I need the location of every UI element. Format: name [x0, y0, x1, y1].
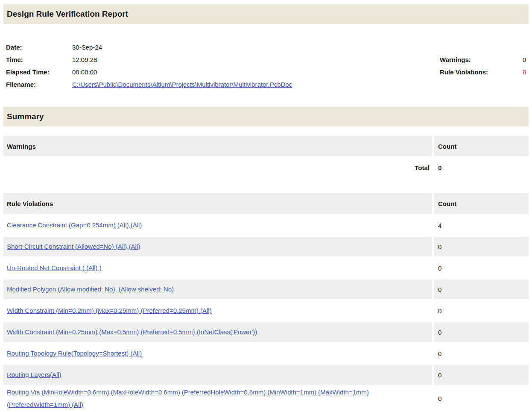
rule-violation-link[interactable]: Clearance Constraint (Gap=0.254mm) (All)…	[7, 219, 142, 232]
rule-violation-link[interactable]: Short-Circuit Constraint (Allowed=No) (A…	[7, 241, 140, 253]
table-row-rule-cell: Routing Layers(All)	[3, 365, 432, 385]
rule-violations-table-header: Rule Violations	[3, 193, 432, 214]
table-row-count-cell: 0	[434, 258, 529, 278]
table-row-count-cell: 0	[434, 280, 529, 299]
table-row-rule-cell: Width Constraint (Min=0.25mm) (Max=0.5mm…	[3, 322, 432, 342]
rule-violation-link[interactable]: Routing Layers(All)	[7, 369, 61, 381]
rule-violation-link[interactable]: Routing Topology Rule(Topology=Shortest)…	[7, 347, 142, 360]
warnings-counter-label: Warnings:	[440, 53, 508, 66]
info-row-date: Date: 30-Sep-24	[6, 41, 292, 53]
table-row-count-cell: 0	[434, 365, 529, 385]
info-row-filename: Filename: C:\Users\Public\Documents\Alti…	[6, 78, 292, 91]
rule-violations-count-header: Count	[434, 193, 529, 214]
rule-violation-link[interactable]: Routing Via (MinHoleWidth=0.6mm) (MaxHol…	[7, 386, 429, 411]
warnings-counter-value: 0	[508, 53, 526, 66]
report-counters: Warnings: 0 Rule Violations: 8	[440, 53, 526, 78]
table-row-count-cell: 0	[434, 386, 529, 411]
warnings-total-label: Total	[3, 158, 432, 177]
time-label: Time:	[6, 53, 72, 66]
rule-violations-counter-value: 8	[508, 66, 526, 78]
table-row-rule-cell: Clearance Constraint (Gap=0.254mm) (All)…	[3, 215, 432, 235]
table-row-count-cell: 0	[434, 344, 529, 363]
table-row-rule-cell: Routing Topology Rule(Topology=Shortest)…	[3, 344, 432, 363]
rule-violation-link[interactable]: Un-Routed Net Constraint ( (All) )	[7, 262, 102, 274]
rule-violations-counter-row: Rule Violations: 8	[440, 66, 526, 78]
time-value: 12:09:28	[72, 53, 292, 66]
elapsed-time-value: 00:00:00	[72, 66, 292, 78]
warnings-count-header: Count	[434, 136, 529, 156]
info-row-time: Time: 12:09:28	[6, 53, 292, 66]
date-label: Date:	[6, 41, 72, 53]
rule-violation-link[interactable]: Modified Polygon (Allow modified: No), (…	[7, 283, 174, 296]
rule-violation-link[interactable]: Width Constraint (Min=0.2mm) (Max=0.25mm…	[7, 305, 212, 317]
summary-title-bar: Summary	[3, 107, 529, 127]
date-value: 30-Sep-24	[72, 41, 292, 53]
filename-label: Filename:	[6, 78, 72, 91]
report-info-section: Date: 30-Sep-24 Time: 12:09:28 Elapsed T…	[3, 41, 529, 91]
table-row-count-cell: 0	[434, 322, 529, 342]
report-title-bar: Design Rule Verification Report	[3, 4, 529, 24]
table-row-rule-cell: Width Constraint (Min=0.2mm) (Max=0.25mm…	[3, 301, 432, 321]
rule-violations-counter-label: Rule Violations:	[440, 66, 508, 78]
elapsed-time-label: Elapsed Time:	[6, 66, 72, 78]
rule-violations-table: Rule Violations Count Clearance Constrai…	[3, 193, 529, 411]
table-row-rule-cell: Routing Via (MinHoleWidth=0.6mm) (MaxHol…	[3, 386, 432, 411]
rule-violation-link[interactable]: Width Constraint (Min=0.25mm) (Max=0.5mm…	[7, 326, 257, 338]
page-title: Design Rule Verification Report	[7, 9, 128, 19]
warnings-total-value: 0	[434, 158, 529, 177]
info-row-elapsed-time: Elapsed Time: 00:00:00	[6, 66, 292, 78]
warnings-table-header: Warnings	[3, 136, 432, 156]
table-row-count-cell: 4	[434, 215, 529, 235]
filename-link[interactable]: C:\Users\Public\Documents\Altium\Project…	[72, 81, 292, 88]
table-row-count-cell: 0	[434, 237, 529, 256]
warnings-counter-row: Warnings: 0	[440, 53, 526, 66]
warnings-table: Warnings Count Total 0	[3, 136, 529, 177]
table-row-rule-cell: Short-Circuit Constraint (Allowed=No) (A…	[3, 237, 432, 256]
report-info-table: Date: 30-Sep-24 Time: 12:09:28 Elapsed T…	[6, 41, 292, 91]
summary-title: Summary	[7, 112, 44, 121]
table-row-rule-cell: Un-Routed Net Constraint ( (All) )	[3, 258, 432, 278]
table-row-count-cell: 0	[434, 301, 529, 321]
table-row-rule-cell: Modified Polygon (Allow modified: No), (…	[3, 280, 432, 299]
